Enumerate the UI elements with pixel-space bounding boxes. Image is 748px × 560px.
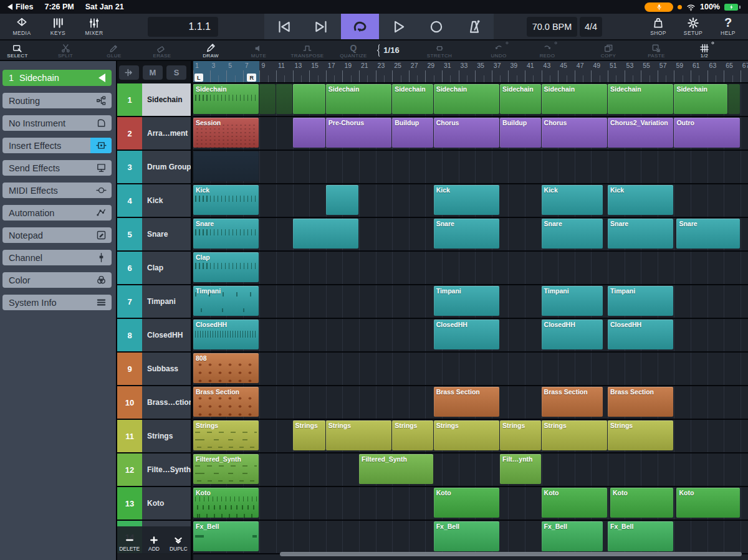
clip-closedhh[interactable]: ClosedHH xyxy=(193,320,259,349)
setup-button[interactable]: SETUP xyxy=(676,14,711,39)
transpose-tool-button[interactable]: TRANSPOSE xyxy=(291,40,324,60)
timeline-track-6[interactable]: Clap xyxy=(193,252,748,285)
clip-filt-ynth[interactable]: Filt…ynth xyxy=(500,454,541,484)
inspector-item-send-effects[interactable]: Send Effects xyxy=(2,160,112,176)
clip-snare[interactable]: Snare xyxy=(676,219,739,249)
clip[interactable] xyxy=(326,185,358,215)
timeline-track-10[interactable]: Brass SectionBrass SectionBrass SectionB… xyxy=(193,386,748,420)
loop-right-flag[interactable]: R xyxy=(247,74,256,82)
track-row-1[interactable]: 1Sidechain xyxy=(117,83,191,117)
inspector-item-automation[interactable]: Automation xyxy=(2,205,112,221)
erase-tool-button[interactable]: ERASE xyxy=(153,40,171,60)
add-track-button[interactable]: ADD xyxy=(141,526,166,560)
clip-strings[interactable]: Strings xyxy=(193,420,259,450)
clip-pre-chorus[interactable]: Pre-Chorus xyxy=(326,118,391,148)
clip-fx-bell[interactable]: Fx_Bell xyxy=(193,521,259,551)
clip-koto[interactable]: Koto xyxy=(676,488,739,518)
clip-strings[interactable]: Strings xyxy=(542,420,607,450)
clip-strings[interactable]: Strings xyxy=(500,420,541,450)
clip-closedhh[interactable]: ClosedHH xyxy=(434,320,499,349)
inspector-item-channel[interactable]: Channel xyxy=(2,250,112,265)
loop-left-flag[interactable]: L xyxy=(194,74,203,82)
media-button[interactable]: MEDIA xyxy=(4,14,40,39)
undo-tool-button[interactable]: UNDO xyxy=(491,40,506,60)
select-tool-button[interactable]: SELECT xyxy=(7,40,28,60)
clip-808[interactable]: 808 xyxy=(193,353,259,383)
inspector-item-notepad[interactable]: Notepad xyxy=(2,227,112,243)
timeline-track-1[interactable]: SidechainSidechainSidechainSidechainSide… xyxy=(193,83,748,117)
clip-strings[interactable]: Strings xyxy=(392,420,433,450)
1-2-tool-button[interactable]: 1/2 xyxy=(699,40,710,60)
track-row-6[interactable]: 6Clap xyxy=(117,252,191,285)
redo-tool-button[interactable]: REDO xyxy=(540,40,555,60)
timeline-track-4[interactable]: KickKickKickKick xyxy=(193,184,748,218)
paste-tool-button[interactable]: PASTE xyxy=(648,40,665,60)
timeline-track-9[interactable]: 808 xyxy=(193,353,748,386)
collapse-panel-icon[interactable] xyxy=(98,74,105,82)
clip-brass-section[interactable]: Brass Section xyxy=(434,387,499,417)
stretch-tool-button[interactable]: STRETCH xyxy=(427,40,453,60)
glue-tool-button[interactable]: GLUE xyxy=(107,40,121,60)
mute-button[interactable]: M xyxy=(143,65,163,80)
clip-chorus[interactable]: Chorus xyxy=(542,118,607,148)
clip-outro[interactable]: Outro xyxy=(674,118,739,148)
record-button[interactable] xyxy=(417,14,455,39)
clip-timpani[interactable]: Timpani xyxy=(542,286,603,316)
bpm-display[interactable]: 70.0 BPM xyxy=(527,17,577,37)
clip-buildup[interactable]: Buildup xyxy=(500,118,541,148)
track-row-8[interactable]: 8ClosedHH xyxy=(117,319,191,353)
clip-sidechain[interactable]: Sidechain xyxy=(608,84,673,114)
play-button[interactable] xyxy=(379,14,417,39)
track-row-10[interactable]: 10Brass…ction xyxy=(117,386,191,420)
microphone-indicator[interactable] xyxy=(645,2,673,12)
clip-snare[interactable]: Snare xyxy=(193,219,259,249)
go-to-end-button[interactable] xyxy=(302,14,340,39)
clip-snare[interactable]: Snare xyxy=(434,219,499,249)
clip[interactable] xyxy=(259,84,276,114)
inspector-item-color[interactable]: Color xyxy=(2,272,112,288)
track-row-13[interactable]: 13Koto xyxy=(117,487,191,521)
clip-closedhh[interactable]: ClosedHH xyxy=(542,320,603,349)
timeline-track-13[interactable]: KotoKotoKotoKotoKoto xyxy=(193,487,748,521)
clip[interactable] xyxy=(193,151,259,181)
clip-brass-section[interactable]: Brass Section xyxy=(193,387,259,417)
clip[interactable] xyxy=(276,84,292,114)
clip-kick[interactable]: Kick xyxy=(434,185,499,215)
clip-session[interactable]: Session xyxy=(193,118,259,148)
clip-brass-section[interactable]: Brass Section xyxy=(608,387,673,417)
clip-sidechain[interactable]: Sidechain xyxy=(500,84,541,114)
clip-sidechain[interactable]: Sidechain xyxy=(434,84,499,114)
track-row-5[interactable]: 5Snare xyxy=(117,218,191,252)
clip-koto[interactable]: Koto xyxy=(193,488,259,518)
inspector-item-routing[interactable]: Routing xyxy=(2,93,112,108)
clip-fx-bell[interactable]: Fx_Bell xyxy=(608,521,673,551)
clip-sidechain[interactable]: Sidechain xyxy=(326,84,391,114)
clip-chorus[interactable]: Chorus xyxy=(434,118,499,148)
clip-timpani[interactable]: Timpani xyxy=(434,286,499,316)
horizontal-scrollbar[interactable] xyxy=(280,552,742,556)
shop-button[interactable]: SHOP xyxy=(641,14,676,39)
clip-strings[interactable]: Strings xyxy=(326,420,391,450)
clip-strings[interactable]: Strings xyxy=(293,420,325,450)
track-row-11[interactable]: 11Strings xyxy=(117,420,191,453)
metronome-button[interactable] xyxy=(456,14,494,39)
auto-scroll-button[interactable] xyxy=(119,65,139,80)
track-row-9[interactable]: 9Subbass xyxy=(117,353,191,386)
clip-timpani[interactable]: Timpani xyxy=(608,286,673,316)
track-row-3[interactable]: 3Drum Group xyxy=(117,151,191,184)
clip-sidechain[interactable]: Sidechain xyxy=(193,84,259,114)
clip-grid[interactable]: SidechainSidechainSidechainSidechainSide… xyxy=(193,83,748,554)
clip-koto[interactable]: Koto xyxy=(542,488,607,518)
track-row-4[interactable]: 4Kick xyxy=(117,184,191,218)
copy-tool-button[interactable]: COPY xyxy=(601,40,616,60)
timeline-track-12[interactable]: Filtered_SynthFiltered_SynthFilt…ynth xyxy=(193,453,748,487)
timeline-track-14[interactable]: Fx_BellFx_BellFx_BellFx_Bell xyxy=(193,521,748,554)
files-back-button[interactable]: Files xyxy=(7,2,34,11)
track-row-12[interactable]: 12Filte…Synth xyxy=(117,453,191,487)
clip-sidechain[interactable]: Sidechain xyxy=(674,84,727,114)
insert-effects-icon[interactable] xyxy=(90,138,112,153)
clip-fx-bell[interactable]: Fx_Bell xyxy=(434,521,499,551)
clip-closedhh[interactable]: ClosedHH xyxy=(608,320,673,349)
inspector-item-insert-effects[interactable]: Insert Effects xyxy=(2,138,112,153)
timeline-track-2[interactable]: SessionPre-ChorusBuildupChorusBuildupCho… xyxy=(193,117,748,151)
